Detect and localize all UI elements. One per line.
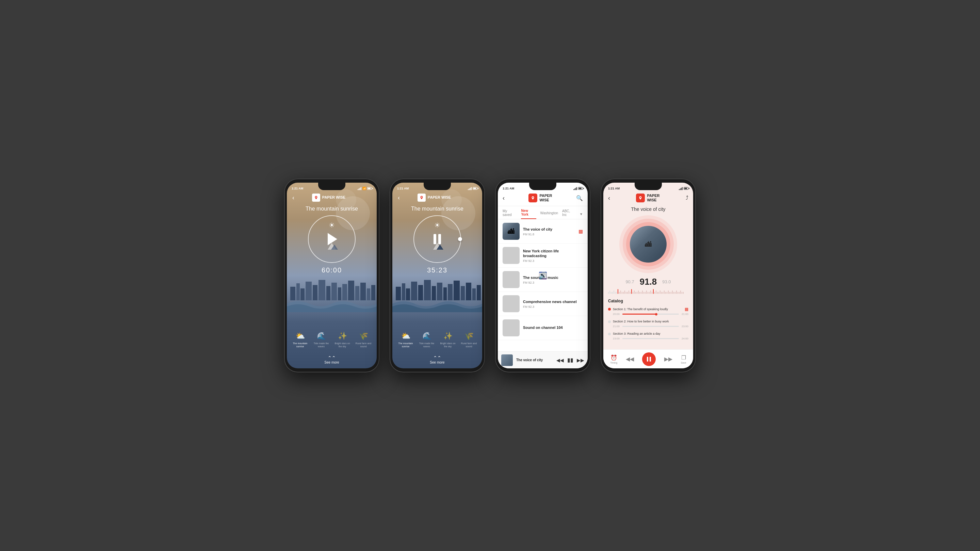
tick xyxy=(615,292,616,294)
back-button-4[interactable]: ‹ xyxy=(608,195,610,202)
track-name-mountain-1: The mountain sunrise xyxy=(291,342,310,348)
phone-1-screen: 1:21 AM 📶 xyxy=(287,183,377,368)
sb2 xyxy=(574,189,575,190)
tick xyxy=(608,292,609,294)
fm-dial-4: 90.7 91.8 93.0 xyxy=(603,276,693,287)
album-area-4 xyxy=(603,215,693,273)
see-more-text-1: See more xyxy=(324,360,339,364)
station-item-5[interactable]: Sound on channel 104 xyxy=(498,316,588,340)
tick xyxy=(638,291,639,294)
play-pause-bar-right xyxy=(649,357,651,362)
track-item-waves-1[interactable]: 🌊 Tide made the waves xyxy=(312,332,331,348)
time-3: 1:21 AM xyxy=(503,187,514,190)
tick xyxy=(630,292,630,294)
phone-4-screen: 1:21 AM ‹ xyxy=(603,183,693,368)
nowplaying-title-4: The voice of city xyxy=(603,205,693,213)
see-more-1[interactable]: ⌃⌃ See more xyxy=(324,356,339,364)
track-item-waves-2[interactable]: 🌊 Tide made the waves xyxy=(417,332,436,348)
player-controls-3: ◀◀ ▮▮ ▶▶ xyxy=(556,357,584,363)
catalog-item-3[interactable]: Section 3: Reading an article a day 23:0… xyxy=(603,330,693,342)
track-list-2: ⛅ The mountain sunrise 🌊 Tide made the w… xyxy=(392,332,482,348)
tick xyxy=(619,292,620,294)
notch-4 xyxy=(635,183,662,190)
station-item-1[interactable]: The voice of city FM 91.8 ▩ xyxy=(498,219,588,243)
save-icon: ❐ xyxy=(681,354,686,361)
share-icon-4[interactable]: ⤴ xyxy=(686,195,688,201)
prev-button-3[interactable]: ◀◀ xyxy=(556,357,564,363)
logo-box-red-4 xyxy=(636,194,645,202)
next-button-3[interactable]: ▶▶ xyxy=(577,357,584,363)
see-more-2[interactable]: ⌃⌃ See more xyxy=(430,356,444,364)
next-button-4[interactable]: ▶▶ xyxy=(664,356,672,362)
station-item-2[interactable]: New York citizen life broadcasting FM 92… xyxy=(498,243,588,268)
stars-track-icon-1: ✨ xyxy=(338,332,347,340)
back-button-3[interactable]: ‹ xyxy=(503,195,504,202)
tick xyxy=(637,292,637,294)
tab-new-york[interactable]: New York xyxy=(521,209,536,219)
back-button-2[interactable]: ‹ xyxy=(398,194,400,202)
battery-fill xyxy=(368,188,371,189)
tab-my-saved[interactable]: My saved xyxy=(503,209,517,219)
track-item-mountain-1[interactable]: ⛅ The mountain sunrise xyxy=(291,332,310,348)
tab-washington[interactable]: Washington xyxy=(540,211,558,217)
tick xyxy=(662,292,663,294)
play-circle-2[interactable]: ☀ xyxy=(414,215,461,263)
station-item-4[interactable]: Comprehensive news channel FM 92.3 xyxy=(498,292,588,316)
catalog-item-2[interactable]: Section 2: How to live better in busy wo… xyxy=(603,318,693,330)
tick xyxy=(665,292,666,294)
catalog-start-1: 20:00 xyxy=(613,313,621,316)
logo-text-4: PAPERWISE xyxy=(647,194,659,202)
track-name-stars-2: Bright stars on the sky xyxy=(439,342,457,348)
catalog-bar-3 xyxy=(622,338,679,339)
tick xyxy=(620,291,621,294)
track-item-rural-2[interactable]: 🌾 Rural farm and sound xyxy=(460,332,479,348)
tick xyxy=(645,292,646,294)
track-item-stars-1[interactable]: ✨ Bright stars on the sky xyxy=(333,332,352,348)
sb1 xyxy=(573,189,574,190)
search-icon-3[interactable]: 🔍 xyxy=(576,195,583,202)
station-thumb-3 xyxy=(503,271,520,288)
skyline-svg-2 xyxy=(392,273,482,300)
stars-track-icon-2: ✨ xyxy=(443,332,453,340)
play-circle-1[interactable]: ☀ xyxy=(308,215,356,263)
wifi-icon: 📶 xyxy=(363,187,366,190)
track-item-stars-2[interactable]: ✨ Bright stars on the sky xyxy=(439,332,457,348)
station-name-1: The voice of city xyxy=(523,227,575,232)
tick xyxy=(628,291,629,294)
save-ctrl[interactable]: ❐ Save xyxy=(681,354,686,364)
tick xyxy=(648,292,648,294)
catalog-item-1[interactable]: Section 1: The benefit of speaking loudl… xyxy=(603,305,693,318)
logo-icon-1 xyxy=(312,194,320,202)
album-image-4 xyxy=(630,226,667,263)
mountain-track-icon-2: ⛅ xyxy=(401,332,410,340)
tick xyxy=(626,292,627,294)
catalog-start-2: 21:00 xyxy=(613,325,621,328)
phone-4: 1:21 AM ‹ xyxy=(601,179,696,372)
album-ring-2 xyxy=(623,219,674,270)
back-button-1[interactable]: ‹ xyxy=(292,194,294,202)
tick xyxy=(624,291,625,294)
status-icons-3 xyxy=(573,187,583,190)
sun-icon-1: ☀ xyxy=(329,221,335,229)
main-play-button-4[interactable] xyxy=(642,353,656,366)
prev-button-4[interactable]: ◀◀ xyxy=(626,356,634,362)
track-item-mountain-2[interactable]: ⛅ The mountain sunrise xyxy=(396,332,415,348)
station-freq-2: FM 92.3 xyxy=(523,259,583,263)
signal-bars-1 xyxy=(358,187,361,190)
signal-bar-3 xyxy=(360,188,360,190)
tick xyxy=(671,292,671,294)
pause-button-3[interactable]: ▮▮ xyxy=(567,357,573,363)
timing-ctrl[interactable]: ⏰ Timing xyxy=(610,354,617,364)
waves-track-icon-1: 🌊 xyxy=(317,332,326,340)
dropdown-button-3[interactable]: ▼ xyxy=(579,212,583,216)
battery-fill-4 xyxy=(684,188,687,189)
track-item-rural-1[interactable]: 🌾 Rural farm and sound xyxy=(354,332,373,348)
station-info-1: The voice of city FM 91.8 xyxy=(523,227,575,236)
signal-bars-3 xyxy=(573,187,577,190)
timing-icon: ⏰ xyxy=(611,354,617,361)
sb3 xyxy=(576,188,576,190)
tick xyxy=(679,292,679,294)
track-name-mountain-2: The mountain sunrise xyxy=(396,342,415,348)
tab-abc-inc[interactable]: ABC, Inc xyxy=(562,209,576,219)
tick xyxy=(641,292,641,294)
